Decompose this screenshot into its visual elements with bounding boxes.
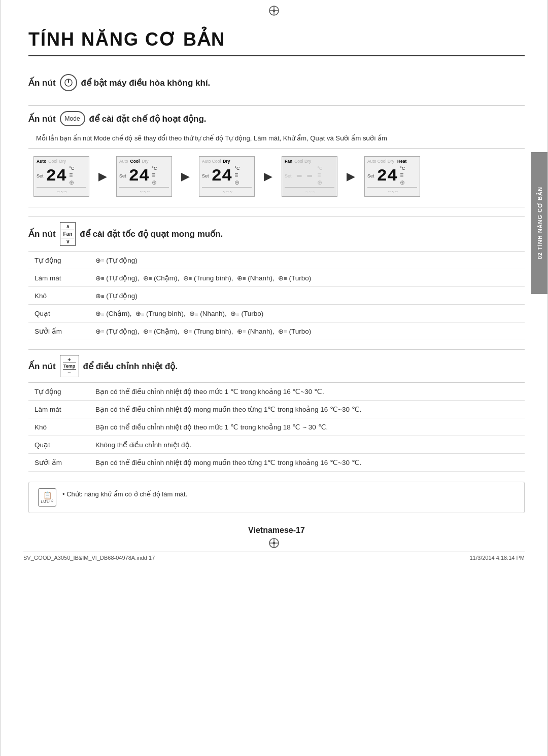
mode-section: Ấn nút Mode để cài đặt chế độ hoạt động.…: [28, 106, 525, 207]
fan-mode-fan: Quạt: [28, 305, 89, 322]
fan-instruction-text: để cài đặt tốc độ quạt mong muốn.: [80, 229, 223, 239]
temp-mode-heat: Sưởi ấm: [28, 454, 89, 472]
fan-mode-cool: Làm mát: [28, 269, 89, 287]
temp-row-cool: Làm mát Bạn có thể điều chỉnh nhiệt độ m…: [28, 401, 525, 418]
fan-desc-cool: ⊕≡ (Tự động), ⊕≡ (Chậm), ⊕≡ (Trung bình)…: [89, 269, 525, 287]
temp-row-dry: Khô Bạn có thể điều chỉnh nhiệt độ theo …: [28, 418, 525, 436]
power-prefix-label: Ấn nút: [28, 78, 56, 88]
lcd-cool-display: Auto Cool Dry Set 24 °C ≡ ⊕: [116, 156, 172, 197]
top-compass-marker: [1, 0, 547, 19]
bottom-compass-marker: [268, 537, 280, 549]
note-icon: 📋 LƯU Ý: [38, 488, 56, 507]
temp-desc-fan: Không thể điều chỉnh nhiệt độ.: [89, 436, 525, 454]
arrow-2: ▶: [181, 170, 190, 183]
temp-desc-cool: Bạn có thể điều chỉnh nhiệt độ mong muốn…: [89, 401, 525, 418]
arrow-1: ▶: [98, 170, 107, 183]
temp-row-heat: Sưởi ấm Bạn có thể điều chỉnh nhiệt độ m…: [28, 454, 525, 472]
temp-row-fan: Quạt Không thể điều chỉnh nhiệt độ.: [28, 436, 525, 454]
sidebar-tab-label: 02 TÍNH NĂNG CƠ BẢN: [536, 187, 543, 259]
svg-point-9: [273, 542, 276, 545]
temp-mode-dry: Khô: [28, 418, 89, 436]
bottom-bar: SV_GOOD_A3050_IB&IM_VI_DB68-04978A.indd …: [23, 552, 525, 563]
fan-row-cool: Làm mát ⊕≡ (Tự động), ⊕≡ (Chậm), ⊕≡ (Tru…: [28, 269, 525, 287]
fan-row-fan: Quạt ⊕≡ (Chậm), ⊕≡ (Trung bình), ⊕≡ (Nha…: [28, 305, 525, 322]
temp-instruction-text: để điều chỉnh nhiệt độ.: [83, 361, 178, 372]
temp-table: Tự động Bạn có thể điều chỉnh nhiệt độ t…: [28, 382, 525, 472]
arrow-4: ▶: [347, 170, 355, 183]
sidebar-chapter-tab: 02 TÍNH NĂNG CƠ BẢN: [531, 152, 547, 294]
temp-instruction-line: Ấn nút + Temp − để điều chỉnh nhiệt độ.: [28, 349, 525, 382]
temp-mode-cool: Làm mát: [28, 401, 89, 418]
mode-prefix-label: Ấn nút: [28, 114, 56, 124]
fan-table: Tự động ⊕≡ (Tự động) Làm mát ⊕≡ (Tự động…: [28, 251, 525, 340]
fan-desc-dry: ⊕≡ (Tự động): [89, 287, 525, 305]
mode-button-icon: Mode: [60, 111, 85, 126]
temp-desc-auto: Bạn có thể điều chỉnh nhiệt độ theo mức …: [89, 383, 525, 401]
power-instruction-line: Ấn nút để bật máy điều hòa không khí.: [28, 69, 525, 96]
note-box: 📋 LƯU Ý Chức năng khử ẩm có ở chế độ làm…: [28, 482, 525, 513]
bottom-right-text: 11/3/2014 4:18:14 PM: [470, 555, 525, 561]
mode-subnote: Mỗi lần bạn ấn nút Mode chế độ sẽ thay đ…: [28, 131, 525, 148]
power-button-icon: [60, 74, 77, 91]
fan-desc-auto: ⊕≡ (Tự động): [89, 251, 525, 269]
fan-row-heat: Sưởi ấm ⊕≡ (Tự động), ⊕≡ (Chậm), ⊕≡ (Tru…: [28, 322, 525, 340]
mode-instruction-text: để cài đặt chế độ hoạt động.: [89, 114, 207, 124]
temp-button-icon: + Temp −: [60, 355, 79, 377]
lcd-fan: Fan Cool Dry Set -- °C ≡ ⊕: [282, 156, 337, 197]
page-number: Vietnamese-17: [28, 521, 525, 537]
lcd-auto-display: Auto Cool Dry Set 24 °C ≡ ⊕: [33, 156, 89, 197]
arrow-3: ▶: [264, 170, 272, 183]
svg-point-3: [273, 10, 276, 12]
fan-prefix-label: Ấn nút: [28, 229, 56, 239]
temp-mode-auto: Tự động: [28, 383, 89, 401]
temp-prefix-label: Ấn nút: [28, 361, 56, 372]
lcd-cool: Auto Cool Dry Set 24 °C ≡ ⊕: [116, 156, 172, 197]
lcd-heat-display: Auto Cool Dry Heat Set 24 °C ≡ ⊕: [364, 156, 420, 197]
temp-section: Ấn nút + Temp − để điều chỉnh nhiệt độ. …: [28, 349, 525, 472]
fan-mode-dry: Khô: [28, 287, 89, 305]
fan-section: Ấn nút ∧ Fan ∨ để cài đặt tốc độ quạt mo…: [28, 217, 525, 340]
temp-row-auto: Tự động Bạn có thể điều chỉnh nhiệt độ t…: [28, 383, 525, 401]
fan-row-auto: Tự động ⊕≡ (Tự động): [28, 251, 525, 269]
power-section: Ấn nút để bật máy điều hòa không khí.: [28, 69, 525, 96]
temp-desc-dry: Bạn có thể điều chỉnh nhiệt độ theo mức …: [89, 418, 525, 436]
temp-desc-heat: Bạn có thể điều chỉnh nhiệt độ mong muốn…: [89, 454, 525, 472]
fan-button-icon: ∧ Fan ∨: [60, 222, 76, 246]
fan-row-dry: Khô ⊕≡ (Tự động): [28, 287, 525, 305]
bottom-left-text: SV_GOOD_A3050_IB&IM_VI_DB68-04978A.indd …: [23, 555, 155, 561]
lcd-auto: Auto Cool Dry Set 24 °C ≡ ⊕: [33, 156, 89, 197]
fan-mode-auto: Tự động: [28, 251, 89, 269]
lcd-fan-display: Fan Cool Dry Set -- °C ≡ ⊕: [282, 156, 337, 197]
fan-instruction-line: Ấn nút ∧ Fan ∨ để cài đặt tốc độ quạt mo…: [28, 217, 525, 251]
lcd-dry-display: Auto Cool Dry Set 24 °C ≡ ⊕: [199, 156, 255, 197]
lcd-heat: Auto Cool Dry Heat Set 24 °C ≡ ⊕: [364, 156, 420, 197]
power-instruction-text: để bật máy điều hòa không khí.: [81, 78, 211, 88]
lcd-displays-row: Auto Cool Dry Set 24 °C ≡ ⊕: [28, 148, 525, 207]
note-text: Chức năng khử ẩm có ở chế độ làm mát.: [62, 488, 187, 498]
fan-mode-heat: Sưởi ấm: [28, 322, 89, 340]
mode-instruction-line: Ấn nút Mode để cài đặt chế độ hoạt động.: [28, 106, 525, 131]
page-title: TÍNH NĂNG CƠ BẢN: [28, 29, 525, 56]
fan-desc-heat: ⊕≡ (Tự động), ⊕≡ (Chậm), ⊕≡ (Trung bình)…: [89, 322, 525, 340]
fan-desc-fan: ⊕≡ (Chậm), ⊕≡ (Trung bình), ⊕≡ (Nhanh), …: [89, 305, 525, 322]
temp-mode-fan: Quạt: [28, 436, 89, 454]
lcd-dry: Auto Cool Dry Set 24 °C ≡ ⊕: [199, 156, 255, 197]
